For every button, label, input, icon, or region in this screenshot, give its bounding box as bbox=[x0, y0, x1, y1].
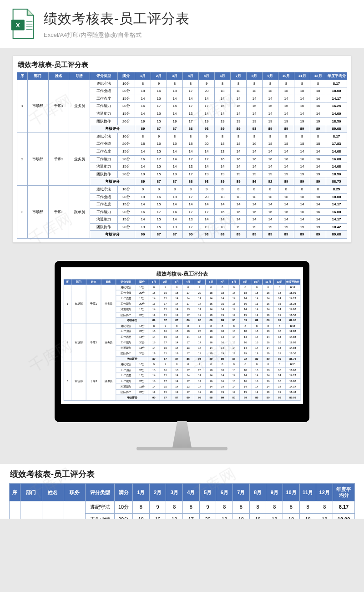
month-cell: 14 bbox=[182, 296, 194, 301]
summary-cell: 89 bbox=[247, 231, 263, 239]
summary-cell: 89 bbox=[148, 318, 160, 323]
month-cell: 14 bbox=[148, 345, 160, 351]
month-cell: 18 bbox=[135, 140, 151, 148]
month-cell: 17 bbox=[182, 367, 194, 373]
group-dept: 市场部 bbox=[71, 362, 86, 401]
table-row: 1市场部千库1业务员遵纪守法10分8988988888888.17 bbox=[17, 80, 347, 87]
summary-cell: 89 bbox=[251, 318, 263, 323]
month-cell: 14 bbox=[231, 201, 247, 209]
month-cell: 19 bbox=[171, 351, 182, 356]
month-cell: 14 bbox=[171, 301, 182, 306]
score-type: 沟通能力 bbox=[116, 345, 136, 351]
month-cell: 16 bbox=[228, 340, 239, 345]
month-cell: 19 bbox=[278, 170, 294, 178]
avg-cell: 18.50 bbox=[326, 117, 347, 125]
month-cell: 8 bbox=[182, 80, 198, 87]
full-score: 20分 bbox=[136, 351, 148, 356]
month-cell: 16 bbox=[274, 378, 285, 384]
month-cell: 9 bbox=[198, 133, 214, 140]
month-cell: 14 bbox=[167, 155, 182, 163]
full-score: 15分 bbox=[117, 95, 135, 102]
summary-cell: 93 bbox=[198, 231, 214, 239]
month-cell: 16 bbox=[240, 378, 251, 384]
month-cell: 19 bbox=[148, 389, 160, 395]
month-cell: 15 bbox=[160, 296, 171, 301]
performance-table-small: 序部门姓名职务评分类型满分1月2月3月4月5月6月7月8月9月10月11月12月… bbox=[64, 279, 300, 401]
avg-cell: 8.17 bbox=[285, 323, 300, 329]
month-cell: 18 bbox=[205, 367, 217, 373]
summary-cell: 89 bbox=[251, 395, 263, 400]
month-cell: 8 bbox=[310, 80, 326, 87]
full-score: 20分 bbox=[117, 117, 135, 125]
month-cell: 18 bbox=[148, 290, 160, 296]
month-cell: 8 bbox=[183, 501, 200, 513]
month-cell: 14 bbox=[274, 307, 285, 312]
month-cell: 16 bbox=[151, 140, 167, 148]
month-cell: 14 bbox=[247, 216, 263, 224]
summary-cell: 89 bbox=[217, 357, 228, 362]
month-cell: 14 bbox=[194, 384, 205, 389]
score-type: 遵纪守法 bbox=[90, 133, 117, 140]
month-cell: 19 bbox=[167, 117, 182, 125]
avg-cell: 14.08 bbox=[326, 148, 347, 155]
month-cell: 17 bbox=[182, 312, 194, 318]
month-cell: 19 bbox=[310, 170, 326, 178]
month-cell: 16 bbox=[214, 102, 230, 110]
month-cell: 8 bbox=[247, 80, 263, 87]
score-type: 工作能力 bbox=[116, 378, 136, 384]
month-cell: 8 bbox=[247, 133, 263, 140]
month-cell: 15 bbox=[160, 389, 171, 395]
month-cell: 8 bbox=[166, 501, 183, 513]
month-cell: 19 bbox=[278, 117, 294, 125]
month-cell: 14 bbox=[135, 95, 151, 102]
month-cell: 8 bbox=[231, 133, 247, 140]
month-cell: 18 bbox=[231, 140, 247, 148]
full-score: 15分 bbox=[136, 384, 148, 389]
excel-file-icon: X bbox=[9, 8, 36, 40]
full-score: 20分 bbox=[117, 193, 135, 201]
avg-cell: 14.17 bbox=[326, 216, 347, 224]
summary-avg: 88.75 bbox=[326, 178, 347, 186]
month-cell: 8 bbox=[228, 285, 239, 290]
table-title: 绩效考核表-员工评分表 bbox=[18, 61, 347, 69]
month-cell: 16 bbox=[310, 208, 326, 216]
month-cell: 16 bbox=[240, 340, 251, 345]
full-score: 20分 bbox=[117, 87, 135, 95]
summary-cell: 90 bbox=[182, 395, 194, 400]
month-cell: 14 bbox=[214, 216, 230, 224]
month-cell: 8 bbox=[214, 133, 230, 140]
score-type: 工作能力 bbox=[90, 155, 117, 163]
month-cell: 14 bbox=[278, 163, 294, 171]
summary-cell: 86 bbox=[182, 178, 198, 186]
month-cell: 15 bbox=[160, 384, 171, 389]
col-header: 9月 bbox=[240, 279, 251, 285]
month-cell: 8 bbox=[148, 323, 160, 329]
month-cell: 8 bbox=[214, 185, 230, 193]
col-header: 5月 bbox=[199, 484, 216, 501]
month-cell: 17 bbox=[182, 223, 198, 231]
full-score: 15分 bbox=[136, 373, 148, 378]
col-header: 职务 bbox=[69, 72, 90, 80]
month-cell: 15 bbox=[171, 329, 182, 334]
month-cell: 16 bbox=[240, 301, 251, 306]
month-cell: 14 bbox=[148, 384, 160, 389]
month-cell: 17 bbox=[182, 87, 198, 95]
table-header-row: 序部门姓名职务评分类型满分1月2月3月4月5月6月7月8月9月10月11月12月… bbox=[17, 72, 347, 80]
month-cell: 14 bbox=[231, 95, 247, 102]
month-cell: 17 bbox=[182, 378, 194, 384]
summary-cell: 89 bbox=[310, 231, 326, 239]
score-type: 遵纪守法 bbox=[90, 185, 117, 193]
month-cell: 14 bbox=[251, 384, 263, 389]
month-cell: 19 bbox=[194, 351, 205, 356]
summary-avg: 89.08 bbox=[326, 231, 347, 239]
month-cell: 16 bbox=[160, 367, 171, 373]
col-header: 序 bbox=[17, 72, 28, 80]
month-cell: 17 bbox=[151, 102, 167, 110]
month-cell: 14 bbox=[263, 216, 278, 224]
month-cell: 15 bbox=[151, 163, 167, 171]
month-cell: 14 bbox=[167, 110, 182, 117]
performance-table: 序部门姓名职务评分类型满分1月2月3月4月5月6月7月8月9月10月11月12月… bbox=[17, 72, 347, 239]
avg-cell: 14.08 bbox=[285, 345, 300, 351]
month-cell: 15 bbox=[151, 223, 167, 231]
month-cell: 17 bbox=[151, 155, 167, 163]
